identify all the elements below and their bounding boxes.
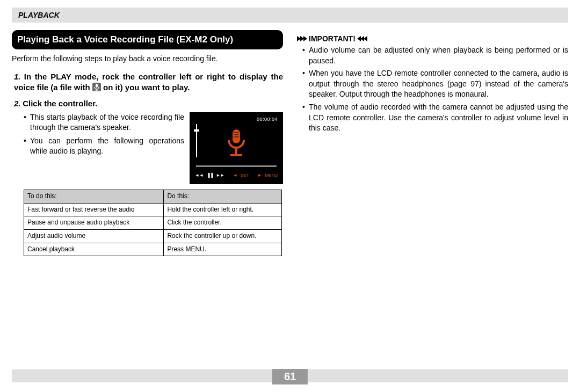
step-2-bullet-1: This starts playback of the voice record… [24,112,184,133]
step-1-body: In the PLAY mode, rock the controller le… [14,72,283,92]
set-label: SET [241,173,249,178]
arrows-right-icon [297,36,307,41]
page-footer: 61 [12,369,568,384]
step-1: 1. In the PLAY mode, rock the controller… [14,71,283,94]
table-row: Adjust audio volume Rock the controller … [24,230,282,243]
step-2-body: Click the controller. [23,99,97,108]
lcd-screenshot: 00:00:04 [190,112,283,184]
important-label: IMPORTANT! [309,34,356,43]
rewind-icon: ◄◄ [195,173,204,178]
step-number-1: 1. [14,72,21,81]
arrows-left-icon [358,36,367,41]
step-number-2: 2. [14,99,21,108]
important-heading: IMPORTANT! [297,34,568,43]
important-item-2: When you have the LCD remote controller … [302,68,568,100]
operations-table: To do this: Do this: Fast forward or fas… [24,190,282,256]
important-item-1: Audio volume can be adjusted only when p… [302,45,568,66]
svg-rect-4 [233,129,240,143]
table-row: Fast forward or fast reverse the audio H… [24,203,282,216]
step-2-bullet-2: You can perform the following operations… [24,136,184,156]
important-item-3: The volume of audio recorded with the ca… [302,102,568,134]
page-number: 61 [272,369,308,384]
important-list: Audio volume can be adjusted only when p… [302,45,568,134]
topic-heading: Playing Back a Voice Recording File (EX-… [12,30,283,49]
timecode-label: 00:00:04 [257,117,278,122]
ops-header-2: Do this: [164,190,282,204]
pause-icon: ▐▐ [207,173,213,178]
microphone-icon [92,83,101,94]
left-arrow-icon: ◄ [233,173,237,178]
menu-label: MENU [265,173,278,178]
intro-paragraph: Perform the following steps to play back… [12,54,283,64]
step-2-bullets: This starts playback of the voice record… [24,112,184,156]
section-header: PLAYBACK [12,8,568,23]
lcd-controls: ◄◄ ▐▐ ►► ◄ SET ► [195,173,278,178]
table-row: Cancel playback Press MENU. [24,243,282,256]
progress-bar [196,165,277,167]
right-column: IMPORTANT! Audio volume can be adjusted … [297,30,568,260]
ffwd-icon: ►► [216,173,224,178]
svg-rect-1 [96,84,98,88]
step-1-text-post: on it) you want to play. [103,83,190,92]
step-2: 2. Click the controller. This starts pla… [14,98,283,256]
ops-header-1: To do this: [24,190,164,204]
microphone-large-icon [223,127,250,161]
left-column: Playing Back a Voice Recording File (EX-… [12,30,283,260]
table-row: Pause and unpause audio playback Click t… [24,216,282,230]
manual-page: PLAYBACK Playing Back a Voice Recording … [0,0,580,392]
right-arrow-icon: ► [258,173,262,178]
volume-thumb [194,129,199,132]
